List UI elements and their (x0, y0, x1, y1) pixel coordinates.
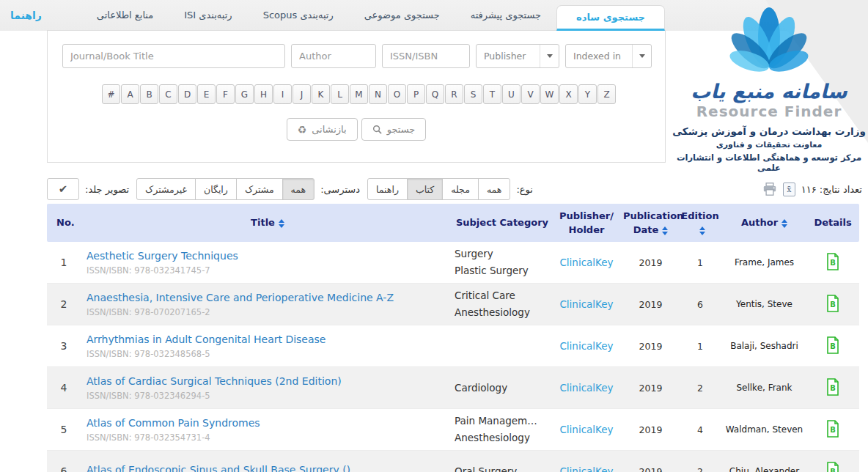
sort-icon[interactable] (781, 219, 787, 228)
alpha-btn-c[interactable]: C (159, 84, 177, 104)
help-link[interactable]: راهنما (10, 0, 42, 31)
book-file-icon[interactable]: B (825, 336, 840, 356)
publisher-select[interactable]: Publisher (476, 44, 559, 68)
book-title-link[interactable]: Aesthetic Surgery Techniques (87, 250, 238, 262)
alpha-btn-u[interactable]: U (502, 84, 521, 104)
book-title-link[interactable]: Arrhythmias in Adult Congenital Heart Di… (87, 333, 326, 345)
book-file-icon[interactable]: B (825, 378, 840, 398)
publisher-link[interactable]: ClinicalKey (559, 382, 613, 394)
alpha-btn-p[interactable]: P (407, 84, 425, 104)
alphabet-filter: # A B C D E F G H I J K L M N O P Q R S … (102, 84, 616, 104)
alpha-btn-q[interactable]: Q (426, 84, 444, 104)
alpha-btn-e[interactable]: E (197, 84, 216, 104)
header-pubdate[interactable]: PublicationDate (623, 209, 678, 237)
alpha-btn-s[interactable]: S (464, 84, 482, 104)
alpha-btn-k[interactable]: K (312, 84, 330, 104)
alpha-btn-o[interactable]: O (388, 84, 406, 104)
row-number: 6 (47, 465, 81, 472)
access-all-button[interactable]: همه (282, 178, 315, 200)
alpha-btn-i[interactable]: I (273, 84, 292, 104)
alpha-btn-g[interactable]: G (235, 84, 254, 104)
type-all-button[interactable]: همه (478, 178, 511, 200)
alpha-btn-a[interactable]: A (121, 84, 139, 104)
tab-subject-search[interactable]: جستجوی موضوعی (349, 0, 455, 31)
results-toolbar: تعداد نتایج: ۱۱۶ x̄ نوع: همه مجله کتاب ر… (47, 177, 862, 201)
header-title[interactable]: Title (81, 215, 455, 230)
printer-icon[interactable] (762, 182, 777, 196)
alpha-btn-r[interactable]: R (445, 84, 463, 104)
book-title-link[interactable]: Atlas of Common Pain Syndromes (87, 417, 260, 429)
row-number: 1 (47, 257, 81, 268)
cover-toggle-button[interactable]: ✔ (47, 178, 79, 200)
header-subject: Subject Category (455, 215, 550, 230)
type-book-button[interactable]: کتاب (407, 178, 443, 200)
sort-icon[interactable] (279, 219, 284, 228)
sort-icon[interactable] (699, 226, 705, 235)
subject-category: Critical CareAnesthesiology (455, 287, 550, 321)
type-guide-button[interactable]: راهنما (367, 178, 408, 200)
author-input[interactable] (291, 44, 376, 68)
alpha-btn-t[interactable]: T (483, 84, 501, 104)
journal-book-title-input[interactable] (62, 44, 285, 68)
table-row: 3 Arrhythmias in Adult Congenital Heart … (47, 325, 859, 367)
checkmark-icon: ✔ (59, 182, 68, 195)
alpha-btn-hash[interactable]: # (102, 84, 120, 104)
alpha-btn-f[interactable]: F (216, 84, 235, 104)
edition-value: 2 (678, 383, 722, 394)
tab-simple-search[interactable]: جستجوی ساده (556, 5, 665, 31)
sort-icon[interactable] (662, 226, 668, 235)
book-file-icon[interactable]: B (825, 295, 840, 314)
tab-scopus-ranking[interactable]: رتبه‌بندی Scopus (248, 0, 349, 31)
alpha-btn-l[interactable]: L (331, 84, 349, 104)
reset-button[interactable]: بازنشانی ♻ (287, 118, 358, 141)
main-tabs: جستجوی ساده جستجوی پیشرفته جستجوی موضوعی… (81, 0, 665, 31)
publication-date: 2019 (623, 299, 678, 310)
tab-information-resources[interactable]: منابع اطلاعاتی (81, 0, 169, 31)
subject-category: Oral Surgery (455, 463, 550, 472)
publisher-link[interactable]: ClinicalKey (559, 257, 613, 268)
issn-isbn-input[interactable] (382, 44, 470, 68)
alpha-btn-j[interactable]: J (293, 84, 311, 104)
access-filter-group: دسترسی: همه مشترک رایگان غیرمشترک (136, 178, 360, 200)
book-file-icon[interactable]: B (825, 462, 840, 472)
magnifier-icon (372, 125, 382, 134)
type-label: نوع: (516, 184, 532, 195)
book-title-link[interactable]: Atlas of Endoscopic Sinus and Skull Base… (87, 464, 350, 472)
tab-advanced-search[interactable]: جستجوی پیشرفته (455, 0, 556, 31)
alpha-btn-w[interactable]: W (540, 84, 559, 104)
recycle-icon: ♻ (298, 125, 307, 135)
header-edition[interactable]: Edition (678, 209, 722, 237)
cover-label: تصویر جلد: (85, 184, 129, 195)
alpha-btn-d[interactable]: D (178, 84, 196, 104)
publication-date: 2019 (623, 341, 678, 352)
publisher-link[interactable]: ClinicalKey (559, 465, 613, 472)
header-author[interactable]: Author (722, 215, 806, 230)
book-title-link[interactable]: Anaesthesia, Intensive Care and Perioper… (87, 292, 394, 303)
book-file-icon[interactable]: B (825, 420, 840, 440)
alpha-btn-v[interactable]: V (521, 84, 540, 104)
publisher-link[interactable]: ClinicalKey (559, 340, 613, 352)
isbn-text: ISSN/ISBN: 978-032354731-4 (87, 432, 449, 443)
excel-export-icon[interactable]: x̄ (783, 182, 795, 196)
type-journal-button[interactable]: مجله (442, 178, 479, 200)
search-fields-row: Publisher Indexed in (62, 44, 652, 68)
book-file-icon[interactable]: B (825, 253, 840, 273)
alpha-btn-x[interactable]: X (559, 84, 578, 104)
publisher-link[interactable]: ClinicalKey (559, 424, 613, 435)
tab-isi-ranking[interactable]: رتبه‌بندی ISI (169, 0, 247, 31)
search-button[interactable]: جستجو (361, 118, 427, 141)
alpha-btn-m[interactable]: M (350, 84, 368, 104)
book-title-link[interactable]: Atlas of Cardiac Surgical Techniques (2n… (87, 375, 342, 387)
publisher-link[interactable]: ClinicalKey (559, 298, 613, 310)
alpha-btn-h[interactable]: H (254, 84, 273, 104)
indexed-in-select[interactable]: Indexed in (565, 44, 652, 68)
alpha-btn-y[interactable]: Y (578, 84, 597, 104)
access-subscribed-button[interactable]: مشترک (236, 178, 283, 200)
alpha-btn-z[interactable]: Z (597, 84, 616, 104)
chevron-down-icon (540, 45, 559, 67)
alpha-btn-n[interactable]: N (369, 84, 387, 104)
alpha-btn-b[interactable]: B (140, 84, 158, 104)
access-unsubscribed-button[interactable]: غیرمشترک (136, 178, 196, 200)
access-free-button[interactable]: رایگان (195, 178, 237, 200)
svg-text:B: B (830, 425, 836, 433)
